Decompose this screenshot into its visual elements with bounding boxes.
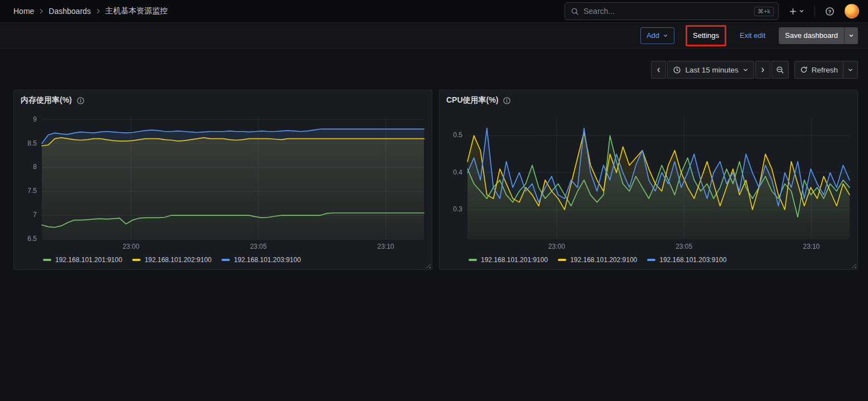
panel-header[interactable]: 内存使用率(%) [14, 90, 432, 110]
help-button[interactable]: ? [823, 4, 837, 18]
breadcrumb-dashboards[interactable]: Dashboards [49, 7, 91, 16]
chevron-right-icon [95, 8, 101, 14]
panel-title: 内存使用率(%) [21, 95, 72, 105]
panel-memory-usage: 内存使用率(%) 192.168.101.201:9100 192.168.10… [13, 90, 432, 270]
clock-icon [673, 66, 681, 74]
plus-icon [789, 7, 797, 16]
chevron-right-icon [38, 8, 44, 14]
legend-label: 192.168.101.201:9100 [481, 256, 548, 264]
refresh-group: Refresh [794, 61, 858, 79]
memory-usage-chart[interactable] [17, 110, 428, 254]
legend-item[interactable]: 192.168.101.203:9100 [647, 256, 726, 264]
exit-edit-button[interactable]: Exit edit [737, 27, 768, 44]
chart-area [14, 110, 432, 254]
time-range-picker-button[interactable]: Last 15 minutes [667, 61, 754, 79]
settings-button[interactable]: Settings [688, 27, 724, 44]
series-color-swatch [469, 259, 477, 261]
legend-label: 192.168.101.203:9100 [234, 256, 301, 264]
legend-item[interactable]: 192.168.101.203:9100 [221, 256, 301, 264]
legend-label: 192.168.101.203:9100 [659, 256, 726, 264]
panel-cpu-usage: CPU使用率(%) 192.168.101.201:9100 192.168.1… [439, 90, 858, 270]
search-input[interactable]: Search... ⌘+k [565, 2, 779, 20]
dashboard-panels-row: 内存使用率(%) 192.168.101.201:9100 192.168.10… [0, 90, 868, 270]
user-avatar[interactable] [845, 4, 859, 18]
svg-text:?: ? [828, 8, 832, 14]
legend-item[interactable]: 192.168.101.202:9100 [558, 256, 637, 264]
time-range-label: Last 15 minutes [685, 66, 738, 74]
legend-label: 192.168.101.202:9100 [570, 256, 637, 264]
chevron-left-icon [655, 67, 662, 73]
time-picker-group: Last 15 minutes [651, 61, 788, 79]
panel-header[interactable]: CPU使用率(%) [440, 90, 857, 110]
chevron-down-icon [742, 67, 749, 73]
chevron-down-icon [848, 33, 854, 38]
nav-divider [814, 5, 815, 17]
breadcrumb-current-dashboard: 主机基本资源监控 [105, 6, 168, 16]
cpu-usage-chart[interactable] [443, 110, 854, 254]
refresh-interval-dropdown-button[interactable] [843, 61, 858, 79]
breadcrumb: Home Dashboards 主机基本资源监控 [13, 6, 168, 16]
save-dashboard-split-button: Save dashboard [779, 27, 858, 44]
chart-legend: 192.168.101.201:9100 192.168.101.202:910… [14, 254, 432, 269]
refresh-button[interactable]: Refresh [794, 61, 843, 79]
save-dashboard-button[interactable]: Save dashboard [779, 27, 844, 44]
legend-item[interactable]: 192.168.101.201:9100 [43, 256, 122, 264]
time-shift-back-button[interactable] [651, 61, 666, 79]
settings-highlight-annotation: Settings [686, 25, 726, 46]
zoom-out-icon [776, 66, 784, 74]
series-color-swatch [43, 259, 51, 261]
legend-label: 192.168.101.202:9100 [144, 256, 211, 264]
legend-item[interactable]: 192.168.101.202:9100 [132, 256, 211, 264]
time-controls-row: Last 15 minutes Refresh [0, 61, 868, 79]
info-icon[interactable] [503, 96, 511, 105]
add-panel-button[interactable]: Add [640, 27, 674, 44]
chevron-right-icon [760, 67, 766, 73]
dashboard-edit-toolbar: Add Settings Exit edit Save dashboard [0, 23, 868, 49]
info-icon[interactable] [76, 96, 85, 105]
panel-title: CPU使用率(%) [446, 95, 498, 105]
new-add-menu-button[interactable] [787, 5, 807, 18]
search-placeholder: Search... [584, 7, 750, 16]
zoom-out-time-button[interactable] [771, 61, 789, 79]
chevron-down-icon [847, 67, 853, 73]
refresh-label: Refresh [812, 66, 838, 74]
chevron-down-icon [663, 33, 668, 38]
chart-area [440, 110, 857, 254]
series-color-swatch [221, 259, 230, 261]
legend-item[interactable]: 192.168.101.201:9100 [469, 256, 548, 264]
refresh-icon [800, 66, 808, 74]
legend-label: 192.168.101.201:9100 [55, 256, 122, 264]
chart-legend: 192.168.101.201:9100 192.168.101.202:910… [440, 254, 857, 269]
help-icon: ? [825, 7, 835, 16]
series-color-swatch [132, 259, 141, 261]
time-shift-forward-button[interactable] [755, 61, 770, 79]
series-color-swatch [558, 259, 566, 261]
save-dashboard-caret-button[interactable] [844, 27, 858, 44]
chevron-down-icon [799, 8, 804, 14]
breadcrumb-home[interactable]: Home [13, 7, 34, 16]
top-navigation-bar: Home Dashboards 主机基本资源监控 Search... ⌘+k ? [0, 0, 868, 23]
search-icon [571, 7, 579, 16]
search-shortcut-badge: ⌘+k [754, 7, 774, 16]
series-color-swatch [647, 259, 655, 261]
add-button-label: Add [647, 31, 659, 40]
